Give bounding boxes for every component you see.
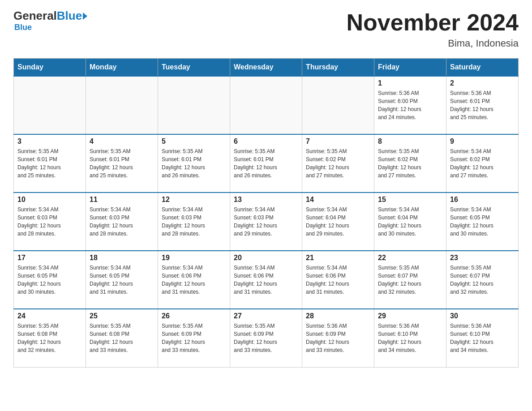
day-info: Sunrise: 5:34 AMSunset: 6:06 PMDaylight:… [234, 264, 298, 296]
day-number: 12 [162, 196, 226, 204]
day-info: Sunrise: 5:34 AMSunset: 6:04 PMDaylight:… [306, 206, 370, 238]
calendar-cell [86, 76, 158, 134]
day-number: 22 [378, 254, 442, 262]
week-row-1: 1Sunrise: 5:36 AMSunset: 6:00 PMDaylight… [14, 76, 519, 134]
day-number: 20 [234, 254, 298, 262]
calendar-cell [158, 76, 230, 134]
calendar-cell: 12Sunrise: 5:34 AMSunset: 6:03 PMDayligh… [158, 193, 230, 251]
calendar-cell: 11Sunrise: 5:34 AMSunset: 6:03 PMDayligh… [86, 193, 158, 251]
day-number: 30 [450, 312, 515, 320]
calendar-cell: 24Sunrise: 5:35 AMSunset: 6:08 PMDayligh… [14, 309, 86, 367]
calendar-title: November 2024 [347, 9, 519, 36]
day-number: 1 [378, 79, 442, 87]
calendar-cell: 5Sunrise: 5:35 AMSunset: 6:01 PMDaylight… [158, 134, 230, 193]
column-header-monday: Monday [86, 59, 158, 77]
day-number: 5 [162, 137, 226, 146]
day-info: Sunrise: 5:35 AMSunset: 6:01 PMDaylight:… [90, 147, 154, 180]
day-info: Sunrise: 5:35 AMSunset: 6:08 PMDaylight:… [17, 322, 82, 354]
title-area: November 2024 Bima, Indonesia [347, 9, 519, 49]
day-info: Sunrise: 5:34 AMSunset: 6:03 PMDaylight:… [162, 206, 226, 238]
day-info: Sunrise: 5:35 AMSunset: 6:08 PMDaylight:… [90, 322, 154, 354]
day-number: 10 [17, 196, 82, 204]
calendar-cell: 3Sunrise: 5:35 AMSunset: 6:01 PMDaylight… [14, 134, 86, 193]
day-number: 29 [378, 312, 442, 320]
week-row-5: 24Sunrise: 5:35 AMSunset: 6:08 PMDayligh… [14, 309, 519, 367]
day-info: Sunrise: 5:34 AMSunset: 6:05 PMDaylight:… [90, 264, 154, 296]
day-number: 8 [378, 137, 442, 146]
day-number: 23 [450, 254, 515, 262]
day-number: 15 [378, 196, 442, 204]
calendar-cell: 7Sunrise: 5:35 AMSunset: 6:02 PMDaylight… [302, 134, 374, 193]
column-header-thursday: Thursday [302, 59, 374, 77]
calendar-cell: 27Sunrise: 5:35 AMSunset: 6:09 PMDayligh… [230, 309, 302, 367]
logo-arrow-icon [83, 13, 87, 20]
day-info: Sunrise: 5:35 AMSunset: 6:01 PMDaylight:… [17, 147, 82, 180]
calendar-cell [14, 76, 86, 134]
day-info: Sunrise: 5:36 AMSunset: 6:01 PMDaylight:… [450, 89, 515, 121]
day-number: 11 [90, 196, 154, 204]
calendar-cell: 28Sunrise: 5:36 AMSunset: 6:09 PMDayligh… [302, 309, 374, 367]
day-number: 3 [17, 137, 82, 146]
day-info: Sunrise: 5:35 AMSunset: 6:07 PMDaylight:… [378, 264, 442, 296]
day-info: Sunrise: 5:34 AMSunset: 6:06 PMDaylight:… [306, 264, 370, 296]
column-header-friday: Friday [374, 59, 446, 77]
calendar-cell: 6Sunrise: 5:35 AMSunset: 6:01 PMDaylight… [230, 134, 302, 193]
day-info: Sunrise: 5:34 AMSunset: 6:05 PMDaylight:… [450, 206, 515, 238]
calendar-cell: 16Sunrise: 5:34 AMSunset: 6:05 PMDayligh… [446, 193, 519, 251]
day-number: 4 [90, 137, 154, 146]
calendar-cell: 22Sunrise: 5:35 AMSunset: 6:07 PMDayligh… [374, 251, 446, 309]
calendar-cell: 18Sunrise: 5:34 AMSunset: 6:05 PMDayligh… [86, 251, 158, 309]
day-info: Sunrise: 5:36 AMSunset: 6:10 PMDaylight:… [378, 322, 442, 354]
day-info: Sunrise: 5:34 AMSunset: 6:04 PMDaylight:… [378, 206, 442, 238]
calendar-cell [230, 76, 302, 134]
column-header-wednesday: Wednesday [230, 59, 302, 77]
day-number: 26 [162, 312, 226, 320]
week-row-2: 3Sunrise: 5:35 AMSunset: 6:01 PMDaylight… [14, 134, 519, 193]
calendar-cell: 26Sunrise: 5:35 AMSunset: 6:09 PMDayligh… [158, 309, 230, 367]
day-info: Sunrise: 5:34 AMSunset: 6:03 PMDaylight:… [17, 206, 82, 238]
day-number: 17 [17, 254, 82, 262]
day-info: Sunrise: 5:34 AMSunset: 6:03 PMDaylight:… [90, 206, 154, 238]
calendar-cell: 30Sunrise: 5:36 AMSunset: 6:10 PMDayligh… [446, 309, 519, 367]
week-row-3: 10Sunrise: 5:34 AMSunset: 6:03 PMDayligh… [14, 193, 519, 251]
calendar-cell: 9Sunrise: 5:34 AMSunset: 6:02 PMDaylight… [446, 134, 519, 193]
day-info: Sunrise: 5:36 AMSunset: 6:09 PMDaylight:… [306, 322, 370, 354]
calendar-cell: 14Sunrise: 5:34 AMSunset: 6:04 PMDayligh… [302, 193, 374, 251]
day-number: 7 [306, 137, 370, 146]
column-header-tuesday: Tuesday [158, 59, 230, 77]
day-number: 9 [450, 137, 515, 146]
day-info: Sunrise: 5:34 AMSunset: 6:02 PMDaylight:… [450, 147, 515, 180]
day-info: Sunrise: 5:35 AMSunset: 6:02 PMDaylight:… [378, 147, 442, 180]
day-number: 24 [17, 312, 82, 320]
day-number: 21 [306, 254, 370, 262]
day-info: Sunrise: 5:35 AMSunset: 6:09 PMDaylight:… [234, 322, 298, 354]
day-info: Sunrise: 5:34 AMSunset: 6:06 PMDaylight:… [162, 264, 226, 296]
logo-subtitle: Blue [14, 23, 32, 32]
day-info: Sunrise: 5:35 AMSunset: 6:01 PMDaylight:… [162, 147, 226, 180]
day-number: 27 [234, 312, 298, 320]
logo-text: General Blue [13, 9, 87, 23]
day-info: Sunrise: 5:34 AMSunset: 6:05 PMDaylight:… [17, 264, 82, 296]
calendar-cell: 1Sunrise: 5:36 AMSunset: 6:00 PMDaylight… [374, 76, 446, 134]
day-number: 2 [450, 79, 515, 87]
day-info: Sunrise: 5:36 AMSunset: 6:00 PMDaylight:… [378, 89, 442, 121]
column-header-saturday: Saturday [446, 59, 519, 77]
calendar-cell: 17Sunrise: 5:34 AMSunset: 6:05 PMDayligh… [14, 251, 86, 309]
calendar-cell: 13Sunrise: 5:34 AMSunset: 6:03 PMDayligh… [230, 193, 302, 251]
day-number: 16 [450, 196, 515, 204]
calendar-cell [302, 76, 374, 134]
calendar-cell: 23Sunrise: 5:35 AMSunset: 6:07 PMDayligh… [446, 251, 519, 309]
calendar-cell: 21Sunrise: 5:34 AMSunset: 6:06 PMDayligh… [302, 251, 374, 309]
calendar-subtitle: Bima, Indonesia [347, 38, 519, 49]
calendar-cell: 20Sunrise: 5:34 AMSunset: 6:06 PMDayligh… [230, 251, 302, 309]
day-info: Sunrise: 5:35 AMSunset: 6:07 PMDaylight:… [450, 264, 515, 296]
logo-general: General [13, 9, 57, 23]
day-number: 28 [306, 312, 370, 320]
calendar-cell: 19Sunrise: 5:34 AMSunset: 6:06 PMDayligh… [158, 251, 230, 309]
day-number: 6 [234, 137, 298, 146]
calendar-cell: 10Sunrise: 5:34 AMSunset: 6:03 PMDayligh… [14, 193, 86, 251]
day-number: 19 [162, 254, 226, 262]
calendar-cell: 4Sunrise: 5:35 AMSunset: 6:01 PMDaylight… [86, 134, 158, 193]
calendar-cell: 2Sunrise: 5:36 AMSunset: 6:01 PMDaylight… [446, 76, 519, 134]
day-number: 18 [90, 254, 154, 262]
